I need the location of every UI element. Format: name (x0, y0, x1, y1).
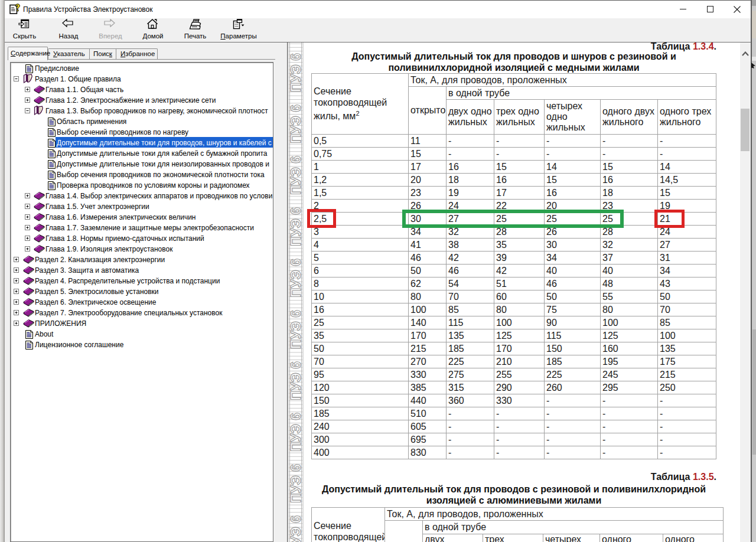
svg-text:ПУЭ 6: ПУЭ 6 (288, 53, 304, 92)
svg-text:ПУЭ 6: ПУЭ 6 (288, 464, 304, 503)
svg-text:ПУЭ 6: ПУЭ 6 (288, 361, 304, 400)
svg-text:ПУЭ 6: ПУЭ 6 (288, 259, 304, 298)
svg-text:ПУЭ 6: ПУЭ 6 (288, 310, 304, 349)
svg-text:ПУЭ 6: ПУЭ 6 (288, 105, 304, 143)
svg-text:ПУЭ 6: ПУЭ 6 (288, 156, 304, 195)
svg-text:ПУЭ 6: ПУЭ 6 (288, 207, 304, 246)
svg-text:ПУЭ 6: ПУЭ 6 (288, 515, 304, 542)
svg-text:ПУЭ 6: ПУЭ 6 (288, 413, 304, 452)
